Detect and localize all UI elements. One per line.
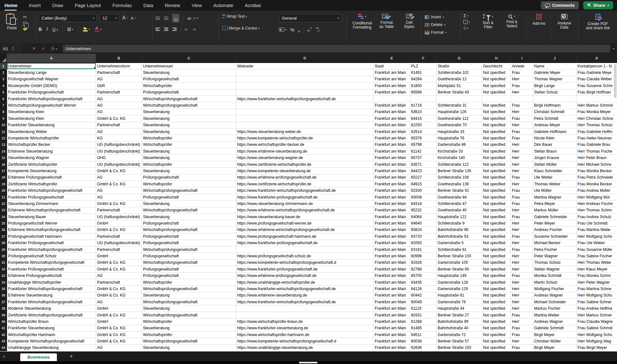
cell-C36[interactable]: Steuerberatung <box>142 292 236 299</box>
cell-J43[interactable]: Christian Müller <box>533 338 577 344</box>
cell-F19[interactable]: 64915 <box>410 181 437 187</box>
cell-E27[interactable]: Frankfurt am Main <box>374 233 410 240</box>
cell-F32[interactable]: 62766 <box>410 266 437 272</box>
cell-F38[interactable]: 61123 <box>410 305 437 312</box>
cell-I35[interactable]: Herr <box>511 286 533 292</box>
cell-C29[interactable]: Wirtschaftsprüfungsgesellschaft <box>142 246 236 253</box>
row-header-2[interactable]: 2 <box>0 69 7 76</box>
cell-C27[interactable]: Prüfungsgesellschaft <box>142 233 236 240</box>
cell-C40[interactable]: Wirtschaftsprüfer <box>142 318 236 325</box>
cell-J5[interactable]: Stefan Schulz <box>533 89 577 96</box>
cell-I28[interactable]: Herr <box>511 240 533 246</box>
cell-C31[interactable]: Wirtschaftsprüfungsgesellschaft <box>142 260 236 266</box>
cell-D27[interactable]: https://www.prüfungsgesellschaft-hartman… <box>236 233 374 240</box>
cell-K17[interactable]: Frau Monika Becker <box>577 168 617 174</box>
cell-B30[interactable]: GmbH <box>96 253 142 259</box>
increase-indent-button[interactable]: ⇥ <box>192 27 196 32</box>
cell-C3[interactable]: Prüfungsgesellschaft <box>142 76 236 83</box>
cell-F6[interactable] <box>410 96 437 102</box>
italic-button[interactable]: I <box>46 27 48 32</box>
cell-D26[interactable]: https://www.erfahrene-wirtschaftsprüfung… <box>236 227 374 233</box>
fill-color-button[interactable]: ▾ <box>83 27 90 31</box>
cell-I10[interactable]: Herr <box>511 122 533 129</box>
cell-A21[interactable]: Frankfurter Prüfungsgesellschaft <box>7 194 96 200</box>
cell-C32[interactable]: Prüfungsgesellschaft <box>142 266 236 272</box>
cell-A25[interactable]: Prüfungsgesellschaft Werner <box>7 220 96 226</box>
cell-F10[interactable]: 62250 <box>410 122 437 129</box>
cell-G14[interactable]: Kirchstraße 33 <box>437 148 482 155</box>
cell-E11[interactable]: Frankfurt am Main <box>374 129 410 135</box>
cell-H3[interactable]: Not specified <box>482 76 511 83</box>
cell-H26[interactable]: Not specified <box>482 227 511 233</box>
cell-J23[interactable]: Markus Müller <box>533 207 577 214</box>
cell-J18[interactable]: Ute Weber <box>533 174 577 181</box>
cell-B12[interactable]: KG <box>96 135 142 141</box>
cell-J29[interactable]: Petra Fischer <box>533 246 577 253</box>
cell-H17[interactable]: Not specified <box>482 168 511 174</box>
formula-input[interactable]: Unternehmen <box>63 45 610 52</box>
cell-I26[interactable]: Herr <box>511 227 533 233</box>
cell-D22[interactable]: https://www.steuerberatung-zimmermann.de <box>236 200 374 207</box>
cell-E26[interactable]: Frankfurt am Main <box>374 227 410 233</box>
cell-H36[interactable]: Not specified <box>482 292 511 299</box>
cell-E15[interactable]: Frankfurt am Main <box>374 155 410 161</box>
format-as-table-button[interactable]: ▾ Format as Table <box>376 11 397 43</box>
cell-D42[interactable]: https://www.wirtschaftsprüfer-hartmann.d… <box>236 332 374 338</box>
cell-G43[interactable]: Berliner Straße 57 <box>437 338 482 344</box>
cell-G37[interactable]: Gartenstraße 76 <box>437 299 482 305</box>
cell-C17[interactable]: Steuerberatung <box>142 168 236 174</box>
cell-A18[interactable]: Erfahrene Prüfungsgesellschaft <box>7 174 96 181</box>
cell-C28[interactable]: Prüfungsgesellschaft <box>142 240 236 246</box>
cell-A4[interactable]: Musterprüfer GmbH (DEMO) <box>7 83 96 89</box>
select-all-corner[interactable] <box>0 54 7 63</box>
cell-B11[interactable]: AG <box>96 129 142 135</box>
cell-K43[interactable]: Herr Wolfgang Wag <box>577 338 617 344</box>
cell-J7[interactable]: Birgit Hoffmann <box>533 102 577 109</box>
cell-H23[interactable]: Not specified <box>482 207 511 214</box>
row-header-32[interactable]: 32 <box>0 266 7 272</box>
cell-K10[interactable]: Herr Thomas Schulz <box>577 122 617 129</box>
insert-cells-button[interactable]: Insert▾ <box>425 13 459 21</box>
cell-D2[interactable] <box>236 69 374 76</box>
cell-I7[interactable]: Frau <box>511 102 533 109</box>
cell-E36[interactable]: Frankfurt am Main <box>374 292 410 299</box>
cell-H7[interactable]: Not specified <box>482 102 511 109</box>
cell-G2[interactable]: Schillerstraße 102 <box>437 69 482 76</box>
row-header-18[interactable]: 18 <box>0 174 7 181</box>
ribbon-tab-review[interactable]: Review <box>165 3 180 8</box>
cell-E34[interactable]: Frankfurt am Main <box>374 279 410 286</box>
column-header-H[interactable]: H <box>482 54 511 63</box>
cell-D14[interactable]: https://www.erfahrene-steuerberatung.de <box>236 148 374 155</box>
cell-D16[interactable]: https://www.zertifizierte-wirtschaftsprü… <box>236 161 374 168</box>
cell-D13[interactable]: https://www.wirtschaftsprüfer-becker.de <box>236 142 374 148</box>
cell-E23[interactable]: Frankfurt am Main <box>374 207 410 214</box>
cell-D20[interactable]: https://www.frankfurter-wirtschaftsprüfu… <box>236 187 374 194</box>
cell-I27[interactable]: Frau <box>511 233 533 240</box>
cell-C37[interactable]: Wirtschaftsprüfungsgesellschaft <box>142 299 236 305</box>
cell-A10[interactable]: Frankfurter Steuerberatung <box>7 122 96 129</box>
font-size-select[interactable]: 12▾ <box>100 14 120 22</box>
conditional-formatting-button[interactable]: ▾ Conditional Formatting <box>349 11 375 43</box>
cell-K16[interactable]: Herr Michael Schne <box>577 161 617 168</box>
row-header-31[interactable]: 31 <box>0 260 7 266</box>
cell-C33[interactable]: Prüfungsgesellschaft <box>142 273 236 279</box>
ribbon-tab-acrobat[interactable]: Acrobat <box>245 3 261 8</box>
column-header-C[interactable]: C <box>142 54 236 63</box>
cell-A22[interactable]: Steuerberatung Zimmermann <box>7 200 96 207</box>
cell-H29[interactable]: Not specified <box>482 246 511 253</box>
cell-I22[interactable]: Frau <box>511 200 533 207</box>
cell-J4[interactable]: Birgit Lange <box>533 83 577 89</box>
cell-F18[interactable]: 60227 <box>410 174 437 181</box>
cell-J19[interactable]: Thomas Weber <box>533 181 577 187</box>
cell-styles-button[interactable]: Cell Styles <box>399 11 419 43</box>
ribbon-tab-page-layout[interactable]: Page Layout <box>75 3 101 8</box>
cell-I29[interactable]: Frau <box>511 246 533 253</box>
row-header-34[interactable]: 34 <box>0 279 7 286</box>
row-header-29[interactable]: 29 <box>0 246 7 253</box>
row-header-4[interactable]: 4 <box>0 83 7 89</box>
cell-I17[interactable]: Herr <box>511 168 533 174</box>
cell-I5[interactable]: Herr <box>511 89 533 96</box>
cell-E28[interactable]: Frankfurt am Main <box>374 240 410 246</box>
row-header-22[interactable]: 22 <box>0 200 7 207</box>
cell-H22[interactable]: Not specified <box>482 200 511 207</box>
